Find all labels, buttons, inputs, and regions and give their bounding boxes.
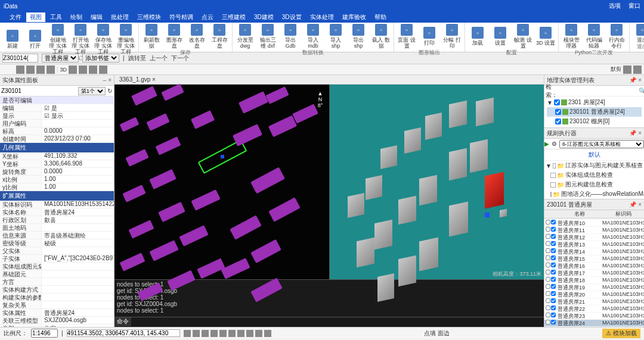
building-2d[interactable] — [268, 116, 297, 138]
entity-row[interactable]: 普通房屋16MA1001NE103H1535... — [544, 263, 644, 270]
tool-icon[interactable] — [623, 65, 631, 74]
building-3d[interactable] — [419, 175, 437, 205]
building-2d[interactable] — [122, 185, 145, 202]
prop-row[interactable]: 基础团元 — [0, 270, 114, 278]
prop-row[interactable]: 实体名称普通房屋24 — [0, 208, 114, 216]
prop-row[interactable]: 实体构建方式 — [0, 286, 114, 294]
search-input[interactable] — [559, 88, 637, 94]
ribbon-button[interactable]: ▫模块管理器 — [561, 24, 581, 49]
building-3d[interactable] — [485, 172, 504, 209]
status-icon[interactable] — [255, 330, 262, 337]
ribbon-button[interactable]: ▫设置 — [490, 24, 510, 49]
menu-item[interactable]: 绘制 — [67, 13, 86, 22]
code-input[interactable] — [2, 54, 38, 63]
status-icon[interactable] — [219, 330, 227, 337]
prop-row[interactable]: 实体属性普通房屋24 — [0, 309, 114, 317]
ribbon-button[interactable]: ▫导入 mdb — [303, 24, 323, 49]
building-2d[interactable] — [128, 220, 154, 238]
entity-row[interactable]: 普通房屋14MA1001NE103H1535... — [544, 248, 644, 255]
rule-item[interactable]: ▼ 📁 江苏实体与图元构建关系核查 — [544, 161, 644, 170]
scale-input[interactable] — [31, 329, 58, 338]
menu-item[interactable]: 3D建模 — [250, 13, 277, 22]
building-2d[interactable] — [149, 240, 178, 261]
ribbon-button[interactable]: ▫分发至 dwg — [235, 24, 255, 49]
ribbon-button[interactable]: ▫工程存盘 — [209, 24, 230, 49]
prop-row[interactable]: 编辑☑ 是 — [0, 104, 114, 112]
ribbon-button[interactable]: ▫分幅 打印 — [442, 24, 462, 49]
rule-item[interactable]: 📁 图元构建信息检查 — [544, 180, 644, 189]
status-icon[interactable] — [193, 330, 200, 337]
building-3d[interactable] — [366, 175, 382, 200]
prop-row[interactable]: 行政区划歙县 — [0, 216, 114, 224]
entity-row[interactable]: 普通房屋18MA1001NE103H1535... — [544, 277, 644, 284]
building-2d[interactable] — [161, 83, 184, 101]
building-3d[interactable] — [470, 139, 488, 173]
building-2d[interactable] — [191, 110, 215, 129]
building-2d[interactable] — [191, 189, 220, 211]
menu-item[interactable]: 点云 — [198, 13, 217, 22]
ribbon-button[interactable]: ▫打开 — [25, 24, 45, 55]
ribbon-button[interactable]: ▫3D 设置 — [535, 24, 556, 49]
ribbon-button[interactable]: ▫加载 — [467, 24, 488, 49]
building-3d[interactable] — [449, 148, 467, 180]
cmd-input[interactable] — [131, 317, 544, 326]
tool-icon[interactable] — [99, 65, 107, 74]
status-icon[interactable] — [228, 330, 236, 337]
tool-icon[interactable] — [16, 65, 24, 74]
ribbon-button[interactable]: ▫页面 设置 — [397, 24, 417, 49]
tool-icon[interactable] — [36, 65, 45, 74]
prop-row[interactable]: 用户编码 — [0, 120, 114, 127]
prop-row[interactable]: 实体组成图元集 — [0, 263, 114, 270]
run-icon[interactable]: ▶ — [544, 141, 549, 147]
entity-row[interactable]: 普通房屋22MA1001NE103H1535... — [544, 305, 644, 313]
entity-row[interactable]: 普通房屋13MA1001NE103H1535... — [544, 241, 644, 248]
entity-row[interactable]: 普通房屋21MA1001NE103H1535... — [544, 298, 644, 305]
prop-row[interactable]: 实体标识码MA1001NE103H15351422... — [0, 201, 114, 208]
panel-pin-icon[interactable]: 📌 × — [629, 130, 642, 136]
prop-row[interactable]: 构建实体的参数 — [0, 294, 114, 301]
ribbon-button[interactable]: ▫创建地理 实体工程 — [48, 24, 68, 55]
ribbon-button[interactable]: ▫打开地理 实体工程 — [70, 24, 91, 55]
building-2d[interactable] — [158, 202, 185, 222]
prop-row[interactable]: Y坐标3,306,646.908 — [0, 160, 114, 168]
prop-row[interactable]: 旋转角度0.0000 — [0, 168, 114, 176]
doc-tab[interactable]: 3363_1.gvp × — [117, 76, 158, 83]
panel-pin-icon[interactable]: 📌 × — [629, 77, 642, 83]
building-2d[interactable] — [125, 149, 148, 167]
ribbon-button[interactable]: ▫导入 shp — [326, 24, 346, 49]
prev-btn[interactable]: 上一个 — [150, 54, 168, 63]
filter-code-input[interactable] — [0, 88, 78, 94]
prop-row[interactable]: 密级等级秘级 — [0, 239, 114, 247]
tool-icon[interactable] — [26, 65, 35, 74]
entity-row[interactable]: 普通房屋17MA1001NE103H1535... — [544, 270, 644, 277]
menu-item[interactable]: 帮助 — [371, 13, 390, 22]
ribbon-button[interactable]: ▫改名存盘 — [187, 24, 207, 49]
menu-item[interactable]: 建库验收 — [339, 13, 370, 22]
building-3d[interactable] — [380, 145, 397, 169]
ribbon-button[interactable]: ▫导出 shp — [348, 24, 369, 49]
building-3d[interactable] — [398, 255, 416, 286]
building-3d[interactable] — [404, 127, 421, 154]
rule-item[interactable]: 📁 图地语义化——showRelationMap... — [544, 189, 644, 199]
ribbon-button[interactable]: ▫重编地理 实体工程 — [116, 24, 136, 55]
building-3d[interactable] — [398, 196, 416, 224]
ribbon-button[interactable]: ▫刷新数据 — [141, 24, 162, 49]
prop-row[interactable]: 复杂关系 — [0, 301, 114, 309]
building-2d[interactable] — [221, 258, 250, 279]
search-icon[interactable]: 🔍 — [637, 88, 644, 94]
menu-item[interactable]: 文件 — [6, 13, 25, 22]
building-3d[interactable] — [425, 113, 442, 140]
building-3d[interactable] — [500, 209, 507, 218]
building-3d[interactable] — [348, 193, 364, 218]
prop-row[interactable]: 子实体["FW_A","[3C2043E0-2B97-... — [0, 255, 114, 263]
ribbon-button[interactable]: ▫代码编辑器 — [584, 24, 604, 49]
building-2d[interactable] — [230, 215, 262, 239]
tool-icon[interactable] — [633, 65, 642, 74]
tree-item[interactable]: 230102 棚房[0] — [547, 117, 642, 126]
menu-item[interactable]: 编辑 — [87, 13, 106, 22]
tool-icon[interactable] — [79, 65, 87, 74]
entity-row[interactable]: 普通房屋15MA1001NE103H1535... — [544, 255, 644, 263]
prop-row[interactable]: 显示☑ 显示 — [0, 112, 114, 120]
ribbon-button[interactable]: ▫保存地理 实体工程 — [93, 24, 113, 55]
options-link[interactable]: 选项 — [609, 2, 621, 9]
